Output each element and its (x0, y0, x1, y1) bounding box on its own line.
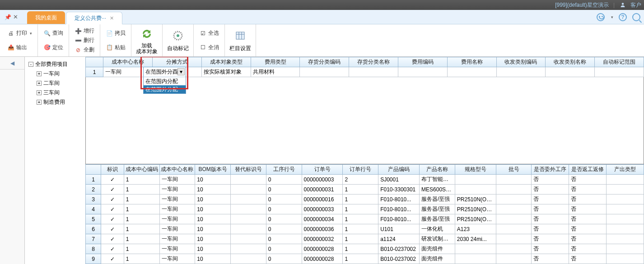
cell[interactable]: 一车间 (159, 234, 195, 244)
cell[interactable]: 一体化机 (420, 224, 455, 234)
cell[interactable]: 否 (569, 214, 607, 224)
col-header[interactable]: 成本中心名称 (103, 57, 153, 67)
cell[interactable]: 1 (124, 234, 159, 244)
col-header[interactable]: 产品编码 (378, 165, 420, 175)
col-header[interactable]: 费用类型 (251, 57, 300, 67)
cell[interactable] (496, 224, 532, 234)
delall-button[interactable]: ⊘全删 (73, 45, 96, 55)
cell[interactable]: a1124 (378, 234, 420, 244)
cell[interactable]: 服务器/至强 (420, 195, 455, 204)
table-row[interactable]: 1 ✓ 1 一车间 10 0 0000000003 2 SJ0001 布丁智能手… (86, 175, 644, 185)
cell[interactable]: PR2510N(OEM) (455, 195, 496, 204)
left-nav-button[interactable]: ◀ (0, 57, 24, 69)
cell[interactable]: 0000000033 (302, 204, 343, 214)
cell[interactable]: 否 (532, 175, 569, 185)
cell[interactable] (607, 244, 644, 254)
cell[interactable] (607, 214, 644, 224)
cell[interactable]: 10 (195, 195, 231, 204)
col-header[interactable]: 收发类别编码 (496, 57, 546, 67)
tree-item[interactable]: +制造费用 (35, 97, 84, 107)
cell[interactable]: 0 (266, 175, 302, 185)
cell[interactable]: 10 (195, 185, 231, 195)
smile-icon[interactable] (597, 13, 605, 21)
tree-item[interactable]: +三车间 (35, 88, 84, 97)
cell[interactable]: 否 (569, 185, 607, 195)
cell[interactable] (607, 175, 644, 185)
cell[interactable]: 0000000036 (302, 224, 343, 234)
cell[interactable] (496, 195, 532, 204)
expand-icon[interactable]: + (37, 90, 42, 95)
col-header[interactable]: 替代标识号 (231, 165, 266, 175)
cell[interactable]: 否 (532, 254, 569, 264)
expand-icon[interactable]: + (37, 81, 42, 86)
col-header[interactable]: 成本中心编码 (124, 165, 159, 175)
cell[interactable]: MES600S-I... (420, 185, 455, 195)
cell[interactable]: 1 (124, 195, 159, 204)
cell[interactable]: 0000000028 (302, 244, 343, 254)
cell[interactable]: F010-3300301 (378, 185, 420, 195)
cell[interactable] (496, 214, 532, 224)
col-header[interactable]: 产出类型 (607, 165, 644, 175)
cell[interactable]: 1 (124, 244, 159, 254)
cell[interactable]: 1 (124, 175, 159, 185)
table-row[interactable]: 9 ✓ 1 一车间 10 0 0000000028 1 B010-0237002… (86, 254, 644, 264)
tree-item[interactable]: +二车间 (35, 79, 84, 88)
cell[interactable]: B010-0237002 (378, 254, 420, 264)
col-header[interactable]: 收发类别名称 (546, 57, 595, 67)
cell[interactable]: 一车间 (159, 254, 195, 264)
cell[interactable]: F010-8010... (378, 204, 420, 214)
cell[interactable] (607, 185, 644, 195)
cell[interactable]: 否 (532, 234, 569, 244)
chevron-down-icon[interactable]: ▾ (30, 31, 32, 36)
cell[interactable]: 否 (569, 175, 607, 185)
col-header[interactable]: 存货分类编码 (300, 57, 349, 67)
cell[interactable]: 0 (266, 195, 302, 204)
cell[interactable] (455, 185, 496, 195)
col-header[interactable]: 订单行号 (343, 165, 378, 175)
col-header[interactable]: 是否委外工序 (532, 165, 569, 175)
cell[interactable]: 1 (343, 185, 378, 195)
cell[interactable]: 1 (124, 214, 159, 224)
cell[interactable]: 按实际核算对象 (201, 67, 251, 77)
cell[interactable] (496, 67, 546, 77)
cell[interactable]: 0 (266, 244, 302, 254)
cell[interactable]: F010-8010... (378, 195, 420, 204)
cell-mark[interactable]: ✓ (101, 244, 124, 254)
cell[interactable] (231, 244, 266, 254)
cell[interactable]: 10 (195, 204, 231, 214)
cell[interactable]: 否 (532, 214, 569, 224)
cell[interactable] (300, 67, 349, 77)
cell[interactable]: F010-8010... (378, 214, 420, 224)
cell[interactable]: 0 (266, 214, 302, 224)
cell[interactable]: 否 (532, 204, 569, 214)
cell[interactable]: SJ0001 (378, 175, 420, 185)
col-header[interactable]: 成本对象类型 (201, 57, 251, 67)
selnone-button[interactable]: ☐全消 (197, 43, 221, 52)
cell-mark[interactable]: ✓ (101, 185, 124, 195)
cell[interactable] (455, 175, 496, 185)
cell[interactable]: 0000000003 (302, 175, 343, 185)
cell[interactable]: 一车间 (159, 185, 195, 195)
cell-mark[interactable]: ✓ (101, 204, 124, 214)
cell-mark[interactable]: ✓ (101, 224, 124, 234)
cell-mark[interactable]: ✓ (101, 214, 124, 224)
col-header[interactable]: 自动标记范围 (595, 57, 644, 67)
cell[interactable]: 一车间 (159, 175, 195, 185)
cell[interactable]: 否 (569, 204, 607, 214)
table-row[interactable]: 4 ✓ 1 一车间 10 0 0000000033 1 F010-8010...… (86, 204, 644, 214)
cell[interactable]: 10 (195, 234, 231, 244)
cell[interactable] (349, 67, 398, 77)
col-header[interactable]: 工序行号 (266, 165, 302, 175)
cell[interactable]: A123 (455, 224, 496, 234)
locate-button[interactable]: 🎯定位 (42, 43, 65, 52)
cell[interactable]: 否 (569, 244, 607, 254)
cell[interactable]: 共用材料 (251, 67, 300, 77)
cell[interactable]: PR2510N(OEM) (455, 214, 496, 224)
cell[interactable] (496, 254, 532, 264)
cell[interactable]: 一车间 (159, 195, 195, 204)
cell[interactable] (607, 254, 644, 264)
col-header[interactable]: 是否返工返修 (569, 165, 607, 175)
cell[interactable]: 一车间 (159, 244, 195, 254)
export-button[interactable]: 📤输出 (5, 43, 34, 52)
table-row[interactable]: 3 ✓ 1 一车间 10 0 0000000016 1 F010-8010...… (86, 195, 644, 204)
